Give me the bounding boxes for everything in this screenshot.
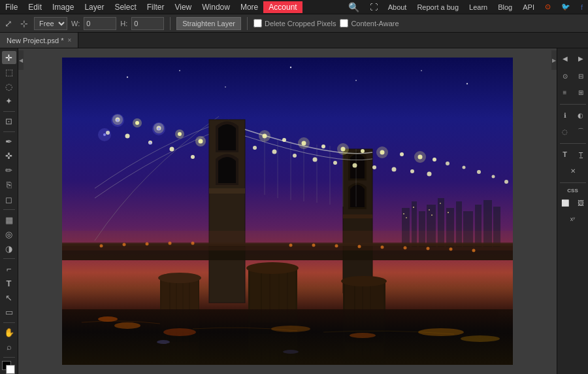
canvas-area[interactable]	[18, 48, 557, 374]
canvas-container	[62, 58, 513, 365]
menu-filter[interactable]: Filter	[142, 1, 170, 13]
svg-point-138	[446, 162, 449, 165]
tool-crop[interactable]: ⊡	[2, 114, 16, 128]
svg-point-136	[152, 122, 165, 135]
w-label: W:	[71, 20, 80, 27]
tool-dodge[interactable]: ◑	[2, 242, 16, 255]
svg-point-74	[293, 154, 297, 158]
left-toolbar-collapse[interactable]: ◀	[18, 50, 24, 70]
info-btn[interactable]: ℹ	[558, 108, 572, 122]
svg-point-78	[372, 165, 376, 169]
superscript-btn[interactable]: xʸ	[566, 212, 580, 226]
reddit-icon[interactable]: ⊙	[540, 1, 556, 12]
w-input[interactable]	[84, 17, 116, 30]
svg-point-112	[246, 262, 299, 274]
right-tower	[343, 149, 372, 293]
tool-clone[interactable]: ⎘	[2, 178, 16, 192]
h-input[interactable]	[131, 17, 164, 30]
image2-btn[interactable]: 🖼	[574, 196, 588, 210]
menu-select[interactable]: Select	[109, 1, 141, 13]
svg-point-4	[290, 67, 291, 68]
svg-rect-25	[448, 212, 449, 213]
svg-point-134	[149, 142, 152, 144]
refine-btn[interactable]: ⌒	[574, 124, 588, 139]
svg-rect-45	[209, 188, 245, 194]
tool-path-select[interactable]: ↖	[2, 292, 16, 305]
svg-point-41	[191, 155, 195, 159]
navigator-btn[interactable]: ⊙	[558, 69, 572, 83]
twitter-icon[interactable]: 🐦	[556, 1, 576, 12]
tool-brush[interactable]: ✏	[2, 164, 16, 177]
tool-eyedropper[interactable]: ✒	[2, 135, 16, 148]
tool-move[interactable]: ✛	[2, 51, 16, 64]
tool-zoom[interactable]: ⌕	[2, 341, 16, 354]
fx-btn[interactable]: ✕	[566, 163, 580, 178]
menu-learn[interactable]: Learn	[464, 2, 493, 12]
menu-image[interactable]: Image	[47, 1, 79, 13]
right-panel-collapse[interactable]: ▶	[551, 50, 557, 70]
tool-wand[interactable]: ✦	[2, 94, 16, 107]
history-btn[interactable]: ⊟	[574, 69, 588, 83]
tool-lasso[interactable]: ◌	[2, 80, 16, 93]
menu-blog[interactable]: Blog	[493, 2, 517, 12]
panel-collapse-right[interactable]: ▶	[574, 51, 588, 65]
menu-account[interactable]: Account	[263, 1, 302, 13]
tool-type[interactable]: T	[2, 277, 16, 290]
facebook-icon[interactable]: f	[576, 2, 588, 12]
image-panel-btn[interactable]: ⬜	[558, 196, 572, 210]
tool-pen[interactable]: ⌐	[2, 262, 16, 275]
svg-point-3	[225, 86, 226, 88]
channels-btn[interactable]: ⊞	[574, 85, 588, 99]
layers-btn[interactable]: ≡	[558, 85, 572, 99]
tool-hand[interactable]: ✋	[2, 326, 16, 339]
menu-file[interactable]: File	[0, 1, 23, 13]
svg-rect-21	[413, 207, 414, 208]
tool-eraser[interactable]: ◻	[2, 193, 16, 206]
svg-point-62	[361, 149, 365, 153]
tool-separator-6	[3, 357, 15, 358]
search-icon[interactable]: 🔍	[343, 1, 365, 14]
move-icon[interactable]: ⊹	[18, 18, 30, 29]
svg-point-139	[463, 166, 466, 169]
char-btn[interactable]: T	[558, 147, 572, 162]
svg-point-141	[492, 175, 495, 178]
svg-point-76	[333, 161, 337, 165]
menu-window[interactable]: Window	[197, 1, 235, 13]
fullscreen-icon[interactable]: ⛶	[365, 1, 383, 13]
tab-close-btn[interactable]: ×	[67, 37, 71, 44]
adjustments-btn[interactable]: ◐	[574, 108, 588, 122]
menu-layer[interactable]: Layer	[79, 1, 109, 13]
svg-point-75	[313, 158, 318, 162]
menu-edit[interactable]: Edit	[23, 1, 47, 13]
para-btn[interactable]: T̲	[574, 147, 588, 162]
svg-point-125	[271, 326, 310, 332]
menu-view[interactable]: View	[169, 1, 197, 13]
tool-gradient[interactable]: ▦	[2, 213, 16, 226]
svg-point-129	[157, 340, 170, 344]
menu-more[interactable]: More	[235, 1, 263, 13]
menu-api[interactable]: API	[517, 2, 540, 12]
straighten-btn[interactable]: Straighten Layer	[176, 17, 241, 30]
svg-point-77	[353, 163, 357, 168]
menu-report[interactable]: Report a bug	[412, 2, 464, 12]
svg-point-67	[259, 130, 270, 142]
preset-select[interactable]: Free	[34, 17, 67, 30]
panel-collapse-left[interactable]: ◀	[558, 51, 572, 65]
tool-blur[interactable]: ◎	[2, 228, 16, 241]
svg-point-40	[170, 147, 174, 152]
tool-marquee[interactable]: ⬚	[2, 65, 16, 78]
content-aware-checkbox[interactable]	[340, 19, 348, 27]
project-tab[interactable]: New Project.psd * ×	[0, 33, 78, 48]
transform-icon[interactable]: ⤢	[3, 18, 14, 29]
menu-about[interactable]: About	[383, 2, 412, 12]
svg-point-58	[282, 138, 286, 142]
masks-btn[interactable]: ◌	[558, 124, 572, 139]
svg-point-137	[98, 128, 111, 141]
tool-shape[interactable]: ▭	[2, 306, 16, 319]
tool-heal[interactable]: ✜	[2, 150, 16, 163]
delete-cropped-checkbox[interactable]	[253, 19, 262, 27]
svg-point-119	[341, 276, 387, 286]
svg-point-68	[298, 137, 310, 149]
menu-bar: File Edit Image Layer Select Filter View…	[0, 0, 588, 14]
fg-bg-colors[interactable]	[2, 361, 16, 374]
